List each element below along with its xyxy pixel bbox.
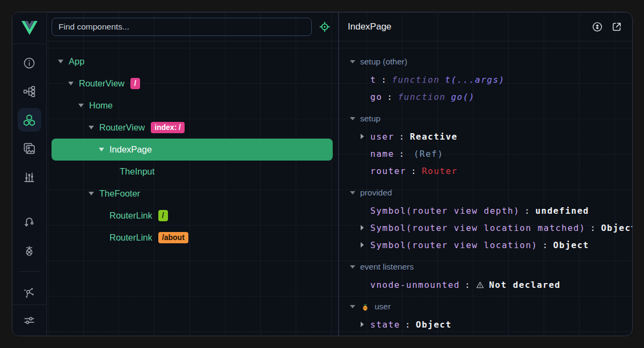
tree-row-theinput[interactable]: TheInput bbox=[52, 161, 333, 183]
section-header-pinia-user[interactable]: user bbox=[350, 298, 632, 316]
state-row-getters[interactable]: getters : Object bbox=[350, 333, 632, 336]
colon: : bbox=[465, 280, 471, 290]
caret-down-icon[interactable] bbox=[58, 60, 69, 63]
section-label: event listeners bbox=[360, 262, 414, 272]
state-row-router-view-location[interactable]: Symbol(router view location) : Object bbox=[350, 236, 632, 253]
colon: : bbox=[543, 240, 548, 250]
component-name: RouterLink bbox=[109, 211, 152, 221]
caret-down-icon[interactable] bbox=[350, 305, 355, 308]
pinia-icon bbox=[23, 244, 36, 257]
section-event-listeners: event listeners vnode-unmounted : Not de… bbox=[350, 258, 632, 293]
section-setup: setup user : Reactive name : (Ref) bbox=[350, 110, 632, 179]
state-value: Object bbox=[416, 320, 452, 330]
caret-right-icon[interactable] bbox=[361, 225, 370, 230]
components-panel: App RouterView / Home RouterView index: … bbox=[47, 12, 339, 336]
pinia-pineapple-icon bbox=[361, 302, 370, 311]
tree-row-routerview-nested[interactable]: RouterView index: / bbox=[52, 117, 333, 139]
state-key: go bbox=[370, 92, 382, 102]
open-in-editor-button[interactable] bbox=[610, 20, 624, 34]
state-row-router[interactable]: router : Router bbox=[350, 162, 632, 179]
tree-row-thefooter[interactable]: TheFooter bbox=[52, 183, 333, 205]
sidebar-item-graph[interactable] bbox=[18, 281, 41, 305]
sidebar-item-info[interactable] bbox=[18, 51, 41, 75]
component-name: App bbox=[69, 56, 84, 67]
sidebar-item-pages[interactable] bbox=[18, 136, 41, 160]
caret-down-icon[interactable] bbox=[89, 126, 99, 129]
graph-icon bbox=[23, 286, 36, 300]
info-icon bbox=[23, 56, 36, 70]
state-row-vnode-unmounted[interactable]: vnode-unmounted : Not declared bbox=[350, 276, 632, 293]
scroll-to-component-button[interactable] bbox=[590, 20, 604, 34]
tree-row-app[interactable]: App bbox=[52, 50, 333, 73]
caret-down-icon[interactable] bbox=[78, 104, 89, 107]
caret-down-icon[interactable] bbox=[350, 117, 355, 120]
state-row-router-view-depth[interactable]: Symbol(router view depth) : undefined bbox=[350, 202, 632, 219]
tree-row-home[interactable]: Home bbox=[52, 95, 333, 117]
route-badge: / bbox=[158, 210, 168, 222]
state-value: Object bbox=[601, 223, 632, 233]
sidebar-item-router[interactable] bbox=[18, 210, 41, 234]
state-value: Reactive bbox=[410, 132, 458, 142]
select-component-in-page-button[interactable] bbox=[318, 20, 331, 33]
colon: : bbox=[387, 92, 393, 102]
caret-down-icon[interactable] bbox=[350, 265, 355, 269]
colon: : bbox=[399, 132, 405, 142]
search-components-box[interactable] bbox=[52, 18, 312, 36]
function-keyword: function bbox=[398, 92, 445, 102]
vue-devtools-screenshot: App RouterView / Home RouterView index: … bbox=[0, 0, 644, 348]
sidebar-bottom bbox=[12, 305, 46, 336]
caret-down-icon[interactable] bbox=[89, 192, 99, 195]
caret-right-icon[interactable] bbox=[361, 322, 370, 327]
caret-right-icon[interactable] bbox=[361, 242, 370, 248]
caret-right-icon[interactable] bbox=[361, 134, 370, 139]
components-icon bbox=[23, 113, 36, 127]
sidebar-item-components[interactable] bbox=[18, 108, 41, 132]
function-signature: go() bbox=[451, 92, 475, 102]
inspected-component-title: IndexPage bbox=[348, 21, 391, 32]
section-label: setup bbox=[360, 114, 380, 124]
section-header-setup-other[interactable]: setup (other) bbox=[350, 53, 632, 71]
section-header-provided[interactable]: provided bbox=[350, 184, 632, 202]
search-input[interactable] bbox=[58, 22, 305, 32]
inspector-header-actions bbox=[590, 20, 624, 34]
caret-down-icon[interactable] bbox=[99, 148, 109, 151]
assets-icon bbox=[23, 170, 36, 184]
vue-logo[interactable] bbox=[12, 12, 46, 44]
state-row-router-view-location-matched[interactable]: Symbol(router view location matched) : O… bbox=[350, 219, 632, 236]
state-row-state[interactable]: state : Object bbox=[350, 316, 632, 333]
state-key: router bbox=[370, 166, 406, 176]
component-name: RouterView bbox=[79, 78, 125, 89]
state-row-t[interactable]: t : function t(...args) bbox=[350, 71, 632, 88]
caret-down-icon[interactable] bbox=[350, 60, 355, 63]
sidebar-item-settings[interactable] bbox=[18, 309, 41, 332]
state-value: Not declared bbox=[489, 280, 561, 290]
tree-row-routerlink-about[interactable]: RouterLink /about bbox=[52, 227, 333, 249]
colon: : bbox=[381, 75, 387, 85]
sidebar-item-pinia[interactable] bbox=[18, 238, 41, 262]
component-name: Home bbox=[89, 100, 113, 111]
state-row-user[interactable]: user : Reactive bbox=[350, 128, 632, 145]
section-header-setup[interactable]: setup bbox=[350, 110, 632, 128]
router-icon bbox=[23, 215, 36, 229]
caret-down-icon[interactable] bbox=[350, 191, 355, 194]
component-name: RouterView bbox=[99, 122, 145, 133]
caret-down-icon[interactable] bbox=[68, 82, 79, 85]
scroll-to-component-icon bbox=[591, 21, 603, 33]
section-provided: provided Symbol(router view depth) : und… bbox=[350, 184, 632, 253]
tree-row-routerlink-home[interactable]: RouterLink / bbox=[52, 205, 333, 227]
state-row-name[interactable]: name : (Ref) bbox=[350, 145, 632, 162]
sidebar-nav bbox=[12, 44, 46, 305]
component-name: IndexPage bbox=[109, 144, 152, 155]
sidebar-item-component-hierarchy[interactable] bbox=[18, 79, 41, 103]
section-label: user bbox=[375, 302, 391, 311]
target-icon bbox=[318, 20, 331, 33]
sidebar-item-assets[interactable] bbox=[18, 165, 41, 189]
state-value: Object bbox=[553, 240, 589, 250]
state-key: state bbox=[370, 320, 400, 330]
section-label: provided bbox=[360, 188, 392, 198]
section-header-event-listeners[interactable]: event listeners bbox=[350, 258, 632, 276]
state-row-go[interactable]: go : function go() bbox=[350, 88, 632, 105]
tree-row-routerview[interactable]: RouterView / bbox=[52, 73, 333, 95]
tree-row-indexpage-selected[interactable]: IndexPage bbox=[52, 139, 333, 161]
route-badge: / bbox=[130, 78, 140, 90]
